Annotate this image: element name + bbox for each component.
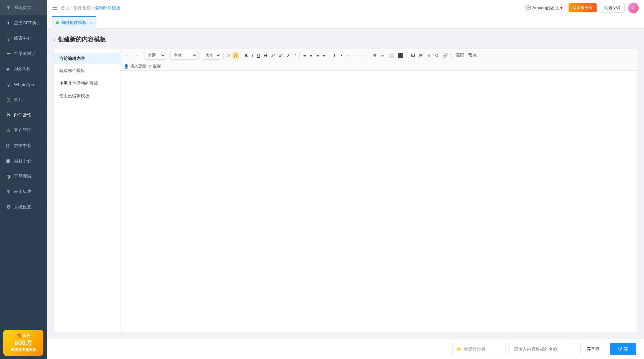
sidebar-item-email[interactable]: ✉ 邮件营销 › bbox=[0, 107, 47, 123]
sidebar-item-ai[interactable]: ✦ 星光GPT助手 bbox=[0, 15, 47, 31]
editor-body[interactable] bbox=[120, 71, 637, 332]
left-panel-new-template[interactable]: 新建邮件模板 bbox=[54, 64, 120, 77]
editor-cursor bbox=[126, 76, 126, 81]
source-button[interactable]: 源码 bbox=[454, 51, 466, 59]
team-button[interactable]: 💬 Amyan的团队 ▾ bbox=[523, 4, 565, 12]
font-color-button[interactable]: A bbox=[226, 52, 232, 59]
align-justify-button[interactable]: ≡ bbox=[321, 52, 327, 59]
tab-bar: 编辑邮件模板 × bbox=[47, 16, 644, 29]
save-button[interactable]: 保 存 bbox=[610, 343, 636, 355]
feedback-button[interactable]: 问题反馈 bbox=[600, 3, 625, 13]
sidebar-item-whatsapp[interactable]: ◎ WhatsApp › bbox=[0, 77, 47, 92]
preview-button[interactable]: 预览 bbox=[466, 51, 478, 59]
align-right-button[interactable]: ≡ bbox=[315, 52, 321, 59]
sidebar-item-apps[interactable]: ⊞ 应用集成 bbox=[0, 184, 47, 199]
dropdown-arrow-icon: ▾ bbox=[560, 5, 563, 10]
color-palette-button[interactable]: ⬛ bbox=[396, 52, 405, 59]
template-name-input[interactable] bbox=[510, 343, 576, 355]
clear-format-button[interactable]: ✗ bbox=[285, 52, 292, 59]
page-title-row: ‹ 创建新的内容模板 bbox=[53, 35, 637, 43]
sidebar: ⊞ 系统首页 ✦ 星光GPT助手 ◎ 线索中心 › ☰ 全渠道对话 › ◈ AI… bbox=[0, 0, 47, 359]
chevron-icon: › bbox=[40, 83, 41, 86]
superscript-button[interactable]: x2 bbox=[277, 52, 285, 59]
store-icon: ◑ bbox=[5, 173, 11, 179]
sidebar-item-label: 素材中心 bbox=[14, 158, 41, 164]
data-icon: ◫ bbox=[5, 143, 11, 149]
redo-button[interactable]: → bbox=[132, 52, 140, 59]
guild-icon: ◎ bbox=[5, 97, 11, 103]
breadcrumb-sep2: / bbox=[92, 5, 93, 10]
italic2-button[interactable]: I bbox=[293, 52, 297, 59]
undo-button[interactable]: ← bbox=[124, 52, 131, 59]
border-button[interactable]: ⬜ bbox=[387, 52, 395, 59]
italic-button[interactable]: I bbox=[250, 52, 255, 59]
split-button[interactable]: ⇔ bbox=[379, 52, 386, 59]
zoom-button[interactable]: ⊕ bbox=[371, 52, 378, 59]
image-button[interactable]: 🖼 bbox=[409, 52, 417, 59]
unordered-list-button[interactable]: • bbox=[339, 52, 344, 59]
category-placeholder: 请选择分类 bbox=[464, 346, 486, 352]
sidebar-item-guild[interactable]: ◎ 会邦 › bbox=[0, 92, 47, 107]
chevron-icon: › bbox=[40, 205, 41, 209]
avatar[interactable]: A bbox=[628, 3, 639, 13]
toolbar-separator bbox=[407, 52, 407, 59]
font-family-select[interactable]: 字体 宋体 微软雅黑 Arial bbox=[170, 51, 198, 60]
left-panel: 当前编辑内容 新建邮件模板 使用其他活动的模板 使用已编辑模板 bbox=[54, 49, 120, 332]
font-style-select[interactable]: 普通 标题1 标题2 标题3 bbox=[144, 51, 166, 60]
quote-button[interactable]: ❝ bbox=[345, 52, 350, 59]
sidebar-item-omni[interactable]: ☰ 全渠道对话 › bbox=[0, 46, 47, 61]
sidebar-item-ai-kb[interactable]: ◈ AI知识库 › bbox=[0, 61, 47, 77]
tab-close-button[interactable]: × bbox=[90, 21, 92, 25]
sidebar-item-leads[interactable]: ◎ 线索中心 › bbox=[0, 31, 47, 46]
align-left-button[interactable]: ≡ bbox=[302, 52, 308, 59]
menu-icon[interactable]: ☰ bbox=[52, 4, 57, 12]
customers-icon: ☺ bbox=[5, 128, 11, 133]
left-panel-use-edited[interactable]: 使用已编辑模板 bbox=[54, 90, 120, 102]
bg-color-button[interactable]: A bbox=[233, 52, 239, 59]
align-center-button[interactable]: ≡ bbox=[308, 52, 314, 59]
sidebar-item-settings[interactable]: ⚙ 系统设置 › bbox=[0, 199, 47, 215]
outdent-button[interactable]: ← bbox=[351, 52, 359, 59]
breadcrumb-email[interactable]: 邮件营销 bbox=[73, 5, 91, 11]
draft-button[interactable]: 存草稿 bbox=[580, 343, 606, 355]
ai-kb-icon: ◈ bbox=[5, 66, 11, 72]
underline-button[interactable]: U bbox=[255, 52, 262, 59]
toolbar-separator bbox=[142, 52, 142, 59]
link-button[interactable]: 🔗 bbox=[441, 52, 449, 59]
tab-label: 编辑邮件模板 bbox=[61, 20, 87, 26]
subscript-button[interactable]: x2 bbox=[269, 52, 277, 59]
emoji-button[interactable]: ☺ bbox=[425, 52, 433, 59]
chevron-icon: › bbox=[40, 52, 41, 56]
ai-icon: ✦ bbox=[5, 20, 11, 26]
promo-banner[interactable]: 🎁 瓜分 600万 邀请好友赢奖励 bbox=[3, 330, 43, 356]
sidebar-item-assets[interactable]: ▣ 素材中心 bbox=[0, 153, 47, 169]
font-size-select[interactable]: 大小 12 14 16 18 20 24 bbox=[202, 51, 221, 60]
home-icon: ⊞ bbox=[5, 5, 11, 11]
special-char-button[interactable]: Ω bbox=[433, 52, 440, 59]
fullscreen-button[interactable]: ⤢ 全屏 bbox=[148, 63, 161, 69]
sidebar-item-home[interactable]: ⊞ 系统首页 bbox=[0, 0, 47, 15]
sidebar-item-label: 客户管理 bbox=[14, 127, 38, 133]
table-button[interactable]: ⊞ bbox=[417, 52, 424, 59]
left-panel-title: 当前编辑内容 bbox=[54, 53, 120, 64]
person-icon: 👤 bbox=[124, 64, 129, 69]
sidebar-item-customers[interactable]: ☺ 客户管理 › bbox=[0, 123, 47, 138]
sidebar-item-data[interactable]: ◫ 数据中心 › bbox=[0, 138, 47, 153]
category-select[interactable]: 📁 请选择分类 bbox=[452, 343, 506, 355]
toolbar-separator bbox=[241, 52, 241, 59]
toolbar-separator bbox=[168, 52, 168, 59]
promo-sub: 邀请好友赢奖励 bbox=[7, 347, 40, 352]
back-button[interactable]: ‹ bbox=[53, 36, 55, 42]
insert-variable-button[interactable]: 👤 插入变量 bbox=[124, 63, 146, 69]
tab-edit-template[interactable]: 编辑邮件模板 × bbox=[52, 16, 96, 29]
strikethrough-button[interactable]: S bbox=[263, 52, 269, 59]
indent-button[interactable]: → bbox=[359, 52, 367, 59]
breadcrumb-home[interactable]: 首页 bbox=[61, 5, 69, 11]
sidebar-item-label: 官网商域 bbox=[14, 173, 41, 179]
bold-button[interactable]: B bbox=[243, 52, 249, 59]
ordered-list-button[interactable]: 1. bbox=[331, 52, 338, 59]
upgrade-button[interactable]: @套餐升级 bbox=[569, 3, 597, 12]
right-editor: ← → 普通 标题1 标题2 标题3 字体 宋体 微软雅黑 Arial bbox=[120, 49, 637, 332]
sidebar-item-store[interactable]: ◑ 官网商域 bbox=[0, 169, 47, 184]
left-panel-use-other[interactable]: 使用其他活动的模板 bbox=[54, 77, 120, 90]
